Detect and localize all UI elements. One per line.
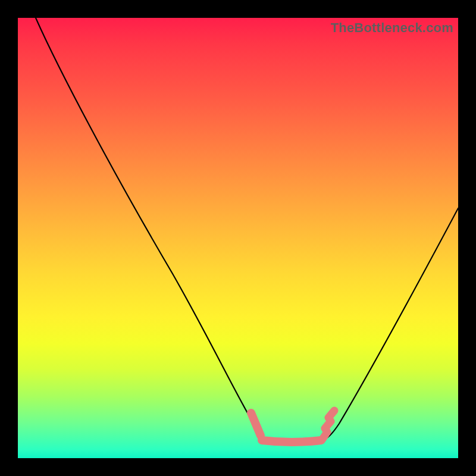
highlight-right-tick (322, 411, 334, 439)
curve-layer (18, 18, 458, 458)
highlight-floor (262, 440, 321, 442)
highlight-left-tick (251, 413, 261, 436)
bottleneck-curve (36, 18, 458, 440)
plot-area: TheBottleneck.com (18, 18, 458, 458)
